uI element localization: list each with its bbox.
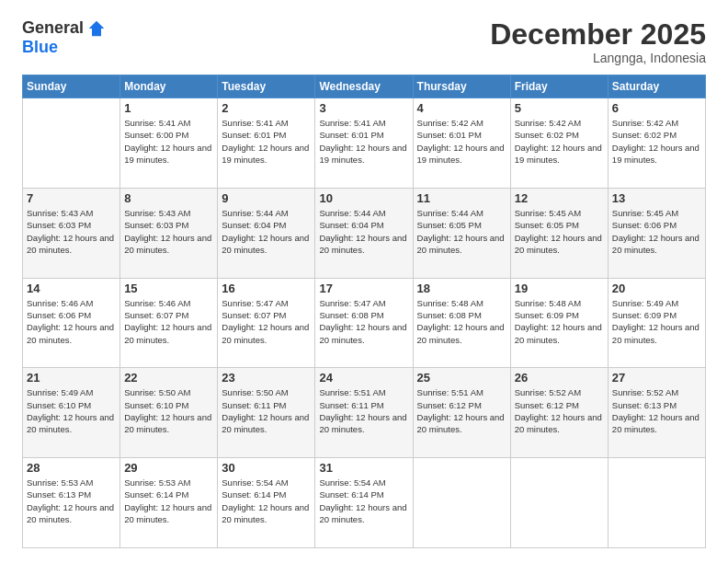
table-row: 13Sunrise: 5:45 AMSunset: 6:06 PMDayligh…	[608, 188, 705, 278]
page: General Blue December 2025 Langnga, Indo…	[0, 0, 728, 563]
day-info: Sunrise: 5:52 AMSunset: 6:12 PMDaylight:…	[515, 386, 604, 435]
header-saturday: Saturday	[608, 75, 705, 98]
table-row: 7Sunrise: 5:43 AMSunset: 6:03 PMDaylight…	[23, 188, 120, 278]
day-number: 18	[417, 282, 506, 295]
day-number: 31	[319, 461, 408, 475]
table-row: 22Sunrise: 5:50 AMSunset: 6:10 PMDayligh…	[120, 368, 218, 458]
header-wednesday: Wednesday	[315, 75, 413, 98]
day-info: Sunrise: 5:50 AMSunset: 6:10 PMDaylight:…	[124, 386, 213, 435]
day-info: Sunrise: 5:51 AMSunset: 6:12 PMDaylight:…	[417, 386, 506, 435]
table-row: 3Sunrise: 5:41 AMSunset: 6:01 PMDaylight…	[315, 98, 413, 189]
day-number: 19	[515, 282, 604, 295]
day-info: Sunrise: 5:46 AMSunset: 6:06 PMDaylight:…	[27, 297, 116, 346]
day-info: Sunrise: 5:43 AMSunset: 6:03 PMDaylight:…	[27, 207, 116, 256]
table-row: 11Sunrise: 5:44 AMSunset: 6:05 PMDayligh…	[413, 188, 510, 278]
day-number: 7	[27, 191, 116, 205]
title-section: December 2025 Langnga, Indonesia	[490, 18, 706, 65]
calendar-week-2: 7Sunrise: 5:43 AMSunset: 6:03 PMDaylight…	[23, 188, 706, 278]
day-number: 5	[515, 101, 604, 115]
table-row: 31Sunrise: 5:54 AMSunset: 6:14 PMDayligh…	[315, 458, 413, 548]
table-row: 12Sunrise: 5:45 AMSunset: 6:05 PMDayligh…	[510, 188, 608, 278]
table-row	[510, 458, 608, 548]
table-row	[608, 458, 705, 548]
table-row: 14Sunrise: 5:46 AMSunset: 6:06 PMDayligh…	[23, 278, 120, 368]
day-info: Sunrise: 5:54 AMSunset: 6:14 PMDaylight:…	[319, 477, 408, 525]
day-number: 12	[515, 191, 604, 205]
day-info: Sunrise: 5:41 AMSunset: 6:01 PMDaylight:…	[222, 117, 311, 166]
logo-general-text: General	[22, 18, 84, 38]
table-row	[23, 98, 120, 189]
table-row	[413, 458, 510, 548]
day-info: Sunrise: 5:49 AMSunset: 6:09 PMDaylight:…	[612, 297, 701, 346]
table-row: 4Sunrise: 5:42 AMSunset: 6:01 PMDaylight…	[413, 98, 510, 189]
header-tuesday: Tuesday	[218, 75, 315, 98]
day-number: 6	[612, 101, 701, 115]
day-number: 8	[124, 191, 213, 205]
table-row: 29Sunrise: 5:53 AMSunset: 6:14 PMDayligh…	[120, 458, 218, 548]
table-row: 25Sunrise: 5:51 AMSunset: 6:12 PMDayligh…	[413, 368, 510, 458]
header-friday: Friday	[510, 75, 608, 98]
day-number: 20	[612, 282, 701, 295]
day-info: Sunrise: 5:52 AMSunset: 6:13 PMDaylight:…	[612, 386, 701, 435]
day-info: Sunrise: 5:50 AMSunset: 6:11 PMDaylight:…	[222, 386, 311, 435]
day-number: 3	[319, 101, 408, 115]
calendar-week-4: 21Sunrise: 5:49 AMSunset: 6:10 PMDayligh…	[23, 368, 706, 458]
table-row: 17Sunrise: 5:47 AMSunset: 6:08 PMDayligh…	[315, 278, 413, 368]
day-info: Sunrise: 5:46 AMSunset: 6:07 PMDaylight:…	[124, 297, 213, 346]
table-row: 30Sunrise: 5:54 AMSunset: 6:14 PMDayligh…	[218, 458, 315, 548]
location: Langnga, Indonesia	[490, 51, 706, 65]
day-info: Sunrise: 5:44 AMSunset: 6:04 PMDaylight:…	[222, 207, 311, 256]
day-info: Sunrise: 5:53 AMSunset: 6:13 PMDaylight:…	[27, 477, 116, 525]
day-info: Sunrise: 5:41 AMSunset: 6:01 PMDaylight:…	[319, 117, 408, 166]
day-info: Sunrise: 5:44 AMSunset: 6:05 PMDaylight:…	[417, 207, 506, 256]
table-row: 9Sunrise: 5:44 AMSunset: 6:04 PMDaylight…	[218, 188, 315, 278]
svg-marker-0	[89, 20, 105, 36]
day-number: 28	[27, 461, 116, 475]
day-info: Sunrise: 5:48 AMSunset: 6:08 PMDaylight:…	[417, 297, 506, 346]
day-number: 16	[222, 282, 311, 295]
calendar-week-1: 1Sunrise: 5:41 AMSunset: 6:00 PMDaylight…	[23, 98, 706, 189]
calendar-table: Sunday Monday Tuesday Wednesday Thursday…	[22, 75, 706, 548]
day-number: 23	[222, 371, 311, 385]
table-row: 26Sunrise: 5:52 AMSunset: 6:12 PMDayligh…	[510, 368, 608, 458]
logo-icon	[87, 19, 106, 38]
day-info: Sunrise: 5:53 AMSunset: 6:14 PMDaylight:…	[124, 477, 213, 525]
day-number: 26	[515, 371, 604, 385]
calendar-header-row: Sunday Monday Tuesday Wednesday Thursday…	[23, 75, 706, 98]
day-info: Sunrise: 5:54 AMSunset: 6:14 PMDaylight:…	[222, 477, 311, 525]
month-title: December 2025	[490, 18, 706, 51]
day-number: 30	[222, 461, 311, 475]
day-info: Sunrise: 5:43 AMSunset: 6:03 PMDaylight:…	[124, 207, 213, 256]
day-number: 21	[27, 371, 116, 385]
day-info: Sunrise: 5:45 AMSunset: 6:05 PMDaylight:…	[515, 207, 604, 256]
table-row: 10Sunrise: 5:44 AMSunset: 6:04 PMDayligh…	[315, 188, 413, 278]
day-info: Sunrise: 5:51 AMSunset: 6:11 PMDaylight:…	[319, 386, 408, 435]
header-sunday: Sunday	[23, 75, 120, 98]
header-monday: Monday	[120, 75, 218, 98]
table-row: 18Sunrise: 5:48 AMSunset: 6:08 PMDayligh…	[413, 278, 510, 368]
day-info: Sunrise: 5:42 AMSunset: 6:01 PMDaylight:…	[417, 117, 506, 166]
day-info: Sunrise: 5:42 AMSunset: 6:02 PMDaylight:…	[612, 117, 701, 166]
day-info: Sunrise: 5:47 AMSunset: 6:08 PMDaylight:…	[319, 297, 408, 346]
day-number: 14	[27, 282, 116, 295]
calendar-week-3: 14Sunrise: 5:46 AMSunset: 6:06 PMDayligh…	[23, 278, 706, 368]
day-info: Sunrise: 5:42 AMSunset: 6:02 PMDaylight:…	[515, 117, 604, 166]
day-info: Sunrise: 5:45 AMSunset: 6:06 PMDaylight:…	[612, 207, 701, 256]
table-row: 15Sunrise: 5:46 AMSunset: 6:07 PMDayligh…	[120, 278, 218, 368]
day-number: 29	[124, 461, 213, 475]
day-number: 17	[319, 282, 408, 295]
day-info: Sunrise: 5:47 AMSunset: 6:07 PMDaylight:…	[222, 297, 311, 346]
table-row: 5Sunrise: 5:42 AMSunset: 6:02 PMDaylight…	[510, 98, 608, 189]
day-number: 15	[124, 282, 213, 295]
day-number: 11	[417, 191, 506, 205]
day-number: 10	[319, 191, 408, 205]
day-number: 22	[124, 371, 213, 385]
calendar-week-5: 28Sunrise: 5:53 AMSunset: 6:13 PMDayligh…	[23, 458, 706, 548]
table-row: 19Sunrise: 5:48 AMSunset: 6:09 PMDayligh…	[510, 278, 608, 368]
table-row: 6Sunrise: 5:42 AMSunset: 6:02 PMDaylight…	[608, 98, 705, 189]
header: General Blue December 2025 Langnga, Indo…	[22, 18, 706, 65]
day-number: 4	[417, 101, 506, 115]
day-number: 2	[222, 101, 311, 115]
day-number: 27	[612, 371, 701, 385]
table-row: 28Sunrise: 5:53 AMSunset: 6:13 PMDayligh…	[23, 458, 120, 548]
